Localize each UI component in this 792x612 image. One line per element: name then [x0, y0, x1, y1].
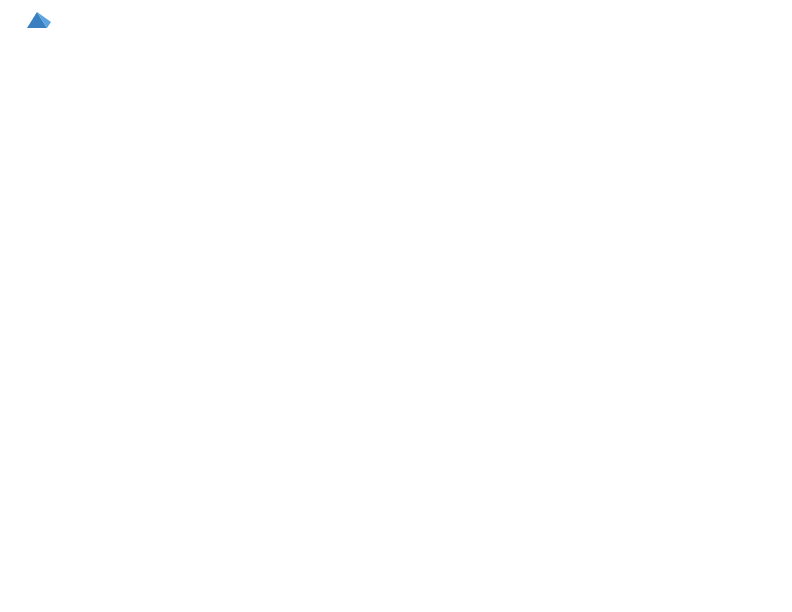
logo	[20, 16, 51, 36]
logo-icon	[23, 8, 51, 36]
page-container	[0, 0, 792, 64]
header	[20, 16, 772, 36]
